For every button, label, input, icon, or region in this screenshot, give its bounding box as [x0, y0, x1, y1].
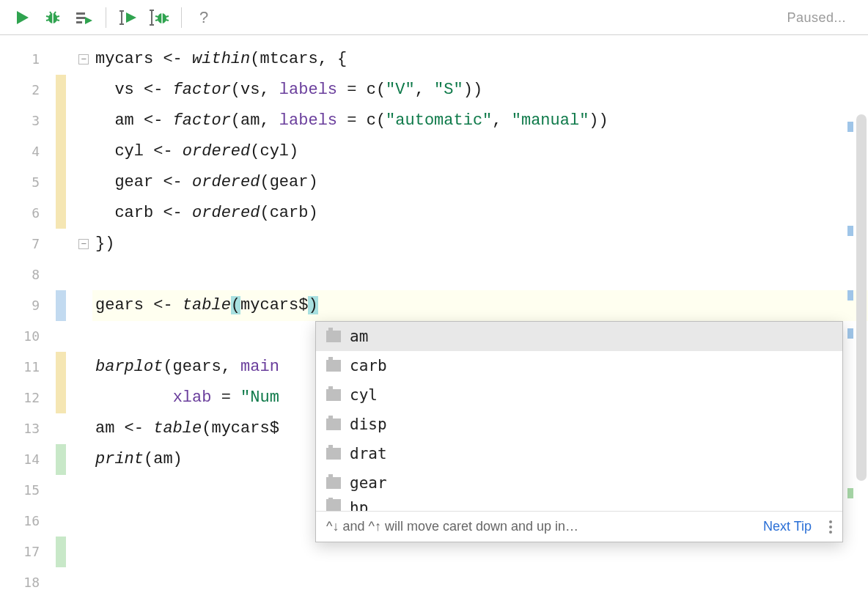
- svg-rect-9: [76, 12, 85, 15]
- field-icon: [326, 419, 341, 430]
- code-line[interactable]: [92, 567, 868, 598]
- svg-line-7: [50, 12, 51, 14]
- line-number: 5: [0, 167, 53, 198]
- change-marker: [56, 352, 66, 383]
- line-number: 14: [0, 444, 53, 475]
- change-marker: [56, 506, 66, 537]
- line-number: 15: [0, 475, 53, 506]
- autocomplete-item[interactable]: carb: [316, 351, 842, 380]
- code-line[interactable]: gears <- table(mycars$): [92, 290, 868, 321]
- change-marker: [56, 567, 66, 598]
- code-line[interactable]: carb <- ordered(carb): [92, 198, 868, 229]
- field-icon: [326, 331, 341, 342]
- autocomplete-list[interactable]: am carb cyl disp drat gear hp: [316, 322, 842, 511]
- line-number: 9: [0, 290, 53, 321]
- change-marker: [56, 259, 66, 290]
- change-marker: [56, 290, 66, 321]
- line-number: 10: [0, 321, 53, 352]
- svg-line-24: [155, 20, 158, 21]
- svg-line-23: [166, 16, 169, 17]
- autocomplete-item-label: hp: [350, 499, 368, 511]
- line-number: 11: [0, 352, 53, 383]
- svg-marker-16: [126, 12, 136, 23]
- run-button[interactable]: [9, 4, 35, 31]
- autocomplete-item-label: drat: [350, 445, 387, 462]
- field-icon: [326, 477, 341, 489]
- run-selection-button[interactable]: [70, 4, 97, 31]
- change-marker: [56, 44, 66, 75]
- more-options-icon[interactable]: [829, 520, 832, 534]
- change-marker: [56, 136, 66, 167]
- autocomplete-item[interactable]: drat: [316, 439, 842, 468]
- svg-line-22: [155, 16, 158, 17]
- change-marker-gutter: [53, 35, 75, 601]
- code-line[interactable]: vs <- factor(vs, labels = c("V", "S")): [92, 75, 868, 106]
- change-marker: [56, 413, 66, 444]
- line-number: 4: [0, 136, 53, 167]
- code-line[interactable]: gear <- ordered(gear): [92, 167, 868, 198]
- field-icon: [326, 389, 341, 401]
- help-button[interactable]: ?: [191, 4, 217, 31]
- fold-gutter: − −: [75, 35, 92, 601]
- change-marker: [56, 321, 66, 352]
- fold-toggle-open-icon[interactable]: −: [78, 54, 89, 64]
- line-number: 8: [0, 259, 53, 290]
- autocomplete-footer: ^↓ and ^↑ will move caret down and up in…: [316, 511, 842, 542]
- line-number: 13: [0, 413, 53, 444]
- change-marker: [56, 537, 66, 567]
- field-icon: [326, 448, 341, 460]
- cursor-debug-button[interactable]: [146, 4, 172, 31]
- toolbar-separator: [181, 7, 182, 28]
- debug-status: Paused...: [787, 10, 846, 26]
- code-line[interactable]: mycars <- within(mtcars, {: [92, 44, 868, 75]
- change-marker: [56, 229, 66, 259]
- svg-rect-10: [76, 17, 85, 19]
- svg-marker-12: [85, 17, 92, 24]
- field-icon: [326, 360, 341, 372]
- change-marker: [56, 198, 66, 229]
- line-number: 7: [0, 229, 53, 259]
- autocomplete-item-label: cyl: [350, 386, 378, 404]
- svg-rect-11: [76, 21, 82, 23]
- autocomplete-item-label: am: [350, 328, 368, 345]
- code-line[interactable]: am <- factor(am, labels = c("automatic",…: [92, 106, 868, 136]
- fold-toggle-close-icon[interactable]: −: [78, 239, 89, 249]
- toolbar-separator: [106, 7, 106, 28]
- autocomplete-item-label: disp: [350, 416, 387, 433]
- svg-line-3: [46, 16, 49, 17]
- line-number-gutter: 1 2 3 4 5 6 7 8 9 10 11 12 13 14 15 16 1…: [0, 35, 53, 601]
- cursor-run-button[interactable]: [115, 4, 141, 31]
- debug-button[interactable]: [40, 4, 66, 31]
- field-icon: [326, 499, 341, 511]
- autocomplete-item[interactable]: cyl: [316, 380, 842, 410]
- change-marker: [56, 475, 66, 506]
- svg-line-4: [56, 16, 59, 17]
- line-number: 12: [0, 383, 53, 413]
- autocomplete-item[interactable]: hp: [316, 498, 842, 511]
- line-number: 16: [0, 506, 53, 537]
- code-line[interactable]: }): [92, 229, 868, 259]
- line-number: 1: [0, 44, 53, 75]
- next-tip-link[interactable]: Next Tip: [763, 519, 812, 534]
- autocomplete-tip-text: ^↓ and ^↑ will move caret down and up in…: [326, 519, 578, 534]
- line-number: 17: [0, 537, 53, 567]
- change-marker: [56, 167, 66, 198]
- autocomplete-item-label: carb: [350, 357, 387, 375]
- line-number: 18: [0, 567, 53, 598]
- svg-marker-0: [17, 11, 29, 24]
- line-number: 2: [0, 75, 53, 106]
- autocomplete-popup: am carb cyl disp drat gear hp ^↓ and ^↑ …: [315, 321, 843, 542]
- change-marker: [56, 383, 66, 413]
- autocomplete-item[interactable]: gear: [316, 468, 842, 498]
- line-number: 6: [0, 198, 53, 229]
- toolbar: ?: [0, 0, 868, 35]
- code-line[interactable]: cyl <- ordered(cyl): [92, 136, 868, 167]
- code-line[interactable]: [92, 259, 868, 290]
- autocomplete-item[interactable]: disp: [316, 410, 842, 439]
- svg-line-25: [166, 20, 169, 21]
- svg-line-6: [56, 20, 59, 21]
- change-marker: [56, 75, 66, 106]
- help-icon: ?: [199, 8, 208, 27]
- autocomplete-item-label: gear: [350, 474, 387, 492]
- autocomplete-item[interactable]: am: [316, 322, 842, 351]
